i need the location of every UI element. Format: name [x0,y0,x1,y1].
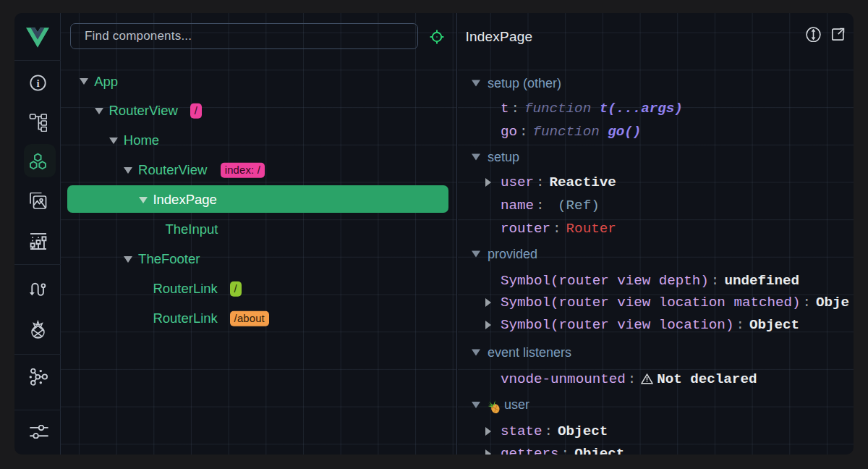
svg-text:i: i [36,77,39,89]
